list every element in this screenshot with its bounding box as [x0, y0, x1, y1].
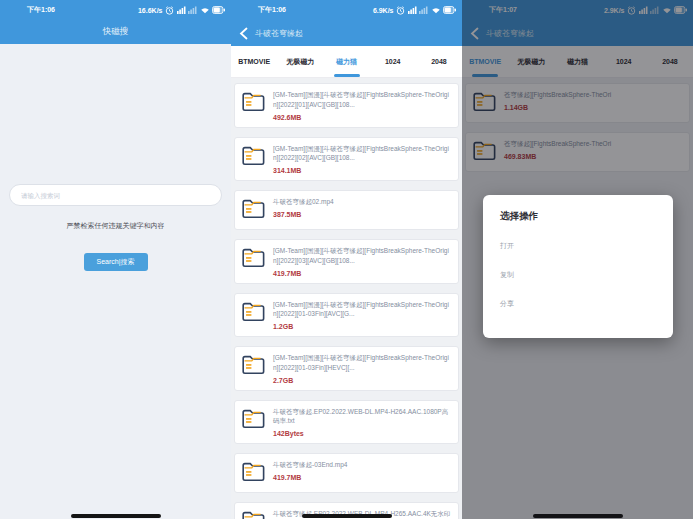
- file-name: 斗破苍穹缘起-03End.mp4: [273, 460, 347, 470]
- source-tab[interactable]: 磁力猫: [323, 46, 369, 77]
- search-screen: 下午1:06 16.6K/s 快磁搜 严禁检索任何违规关键字和内容 Search…: [0, 0, 231, 519]
- file-name: [GM-Team][国漫][斗破苍穹缘起][FightsBreakSphere-…: [273, 144, 452, 164]
- folder-icon: [241, 300, 266, 326]
- cellular-signal2-icon: [419, 6, 428, 14]
- file-result-item[interactable]: 斗破苍穹缘起-03End.mp4 419.7MB: [234, 453, 459, 493]
- source-tab[interactable]: 2048: [416, 46, 462, 77]
- dialog-options: 打开 复制 分享: [500, 231, 656, 318]
- results-screen-with-dialog: 下午1:07 2.9K/s 斗破苍穹缘起 BTMOVIE 无极磁力 磁力猫: [462, 0, 693, 519]
- file-meta: 斗破苍穹缘起02.mp4 387.5MB: [273, 197, 334, 218]
- file-result-item[interactable]: [GM-Team][国漫][斗破苍穹缘起][FightsBreakSphere-…: [234, 137, 459, 182]
- source-tab[interactable]: 无极磁力: [277, 46, 323, 77]
- file-size: 492.6MB: [273, 114, 452, 121]
- cellular-signal2-icon: [188, 6, 197, 14]
- file-meta: 斗破苍穹缘起.EP02.2022.WEB-DL.MP4-H264.AAC.108…: [273, 407, 452, 438]
- folder-icon: [241, 144, 266, 170]
- folder-icon: [241, 353, 266, 379]
- dialog-option-label: 打开: [500, 241, 514, 251]
- battery-icon: [443, 6, 456, 14]
- dialog-option-label: 复制: [500, 270, 514, 280]
- file-size: 419.7MB: [273, 474, 347, 481]
- folder-icon: [241, 407, 266, 433]
- file-meta: [GM-Team][国漫][斗破苍穹缘起][FightsBreakSphere-…: [273, 90, 452, 121]
- dialog-option[interactable]: 打开: [500, 231, 656, 260]
- home-indicator[interactable]: [302, 514, 392, 518]
- cellular-signal-icon: [408, 6, 417, 14]
- network-speed: 6.9K/s: [373, 7, 394, 14]
- alarm-icon: [396, 6, 405, 15]
- file-result-item[interactable]: [GM-Team][国漫][斗破苍穹缘起][FightsBreakSphere-…: [234, 293, 459, 338]
- file-result-item[interactable]: 斗破苍穹缘起02.mp4 387.5MB: [234, 190, 459, 230]
- file-meta: [GM-Team][国漫][斗破苍穹缘起][FightsBreakSphere-…: [273, 300, 452, 331]
- clock-time: 下午1:06: [258, 5, 286, 15]
- wifi-icon: [200, 6, 210, 14]
- tab-label: 磁力猫: [336, 57, 357, 67]
- file-meta: 斗破苍穹缘起-03End.mp4 419.7MB: [273, 460, 347, 481]
- status-bar: 下午1:06 6.9K/s: [231, 0, 462, 20]
- folder-icon: [241, 90, 266, 116]
- action-dialog: 选择操作 打开 复制 分享: [483, 195, 673, 338]
- file-result-item[interactable]: [GM-Team][国漫][斗破苍穹缘起][FightsBreakSphere-…: [234, 346, 459, 391]
- file-meta: [GM-Team][国漫][斗破苍穹缘起][FightsBreakSphere-…: [273, 246, 452, 277]
- file-name: [GM-Team][国漫][斗破苍穹缘起][FightsBreakSphere-…: [273, 300, 452, 320]
- results-screen: 下午1:06 6.9K/s 斗破苍穹缘起 BTMOVIE 无极磁力 磁力猫: [231, 0, 462, 519]
- source-tab-bar: BTMOVIE 无极磁力 磁力猫 1024 2048: [231, 46, 462, 78]
- page-title: 斗破苍穹缘起: [255, 28, 303, 39]
- app-title: 快磁搜: [103, 26, 129, 38]
- wifi-icon: [431, 6, 441, 14]
- search-warning-text: 严禁检索任何违规关键字和内容: [0, 221, 231, 231]
- folder-icon: [241, 246, 266, 272]
- source-tab[interactable]: BTMOVIE: [231, 46, 277, 77]
- file-result-item[interactable]: 斗破苍穹缘起.EP02.2022.WEB-DL.MP4-H264.AAC.108…: [234, 400, 459, 445]
- status-bar: 下午1:06 16.6K/s: [0, 0, 231, 20]
- dialog-option-label: 分享: [500, 299, 514, 309]
- tab-label: 无极磁力: [286, 57, 314, 67]
- file-meta: [GM-Team][国漫][斗破苍穹缘起][FightsBreakSphere-…: [273, 353, 452, 384]
- file-size: 2.7GB: [273, 377, 452, 384]
- clock-time: 下午1:06: [27, 5, 55, 15]
- source-tab[interactable]: 1024: [370, 46, 416, 77]
- file-list: [GM-Team][国漫][斗破苍穹缘起][FightsBreakSphere-…: [231, 78, 462, 519]
- folder-icon: [241, 197, 266, 223]
- battery-icon: [212, 6, 225, 14]
- search-input[interactable]: [9, 184, 222, 206]
- dialog-option[interactable]: 分享: [500, 289, 656, 318]
- file-meta: [GM-Team][国漫][斗破苍穹缘起][FightsBreakSphere-…: [273, 144, 452, 175]
- tab-label: BTMOVIE: [238, 58, 270, 65]
- tab-label: 2048: [431, 58, 447, 65]
- tab-label: 1024: [385, 58, 401, 65]
- home-indicator[interactable]: [71, 514, 161, 518]
- file-result-item[interactable]: [GM-Team][国漫][斗破苍穹缘起][FightsBreakSphere-…: [234, 83, 459, 128]
- file-size: 314.1MB: [273, 167, 452, 174]
- file-name: [GM-Team][国漫][斗破苍穹缘起][FightsBreakSphere-…: [273, 353, 452, 373]
- folder-icon: [241, 460, 266, 486]
- alarm-icon: [165, 6, 174, 15]
- file-size: 387.5MB: [273, 211, 334, 218]
- cellular-signal-icon: [177, 6, 186, 14]
- search-button[interactable]: Search|搜索: [84, 253, 148, 271]
- file-name: 斗破苍穹缘起02.mp4: [273, 197, 334, 207]
- file-size: 142Bytes: [273, 430, 452, 437]
- file-size: 419.7MB: [273, 270, 452, 277]
- dialog-title: 选择操作: [500, 210, 538, 223]
- network-speed: 16.6K/s: [138, 7, 163, 14]
- file-name: [GM-Team][国漫][斗破苍穹缘起][FightsBreakSphere-…: [273, 90, 452, 110]
- back-button[interactable]: [239, 27, 248, 40]
- file-name: 斗破苍穹缘起.EP02.2022.WEB-DL.MP4-H264.AAC.108…: [273, 407, 452, 427]
- app-header: 快磁搜: [0, 20, 231, 44]
- file-result-item[interactable]: [GM-Team][国漫][斗破苍穹缘起][FightsBreakSphere-…: [234, 239, 459, 284]
- folder-icon: [241, 509, 266, 519]
- results-header: 斗破苍穹缘起: [231, 20, 462, 46]
- file-size: 1.2GB: [273, 323, 452, 330]
- file-name: [GM-Team][国漫][斗破苍穹缘起][FightsBreakSphere-…: [273, 246, 452, 266]
- dialog-option[interactable]: 复制: [500, 260, 656, 289]
